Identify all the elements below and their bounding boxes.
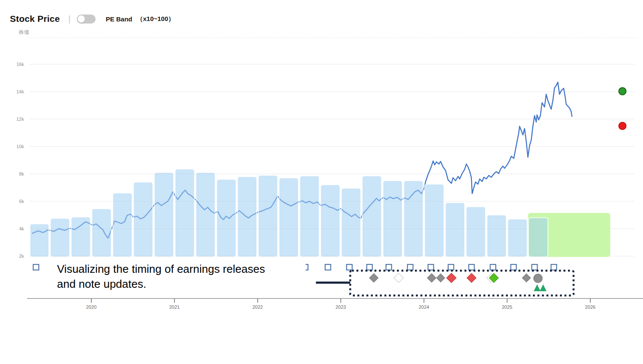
pe-band-range-label: （x10~100） — [136, 15, 174, 23]
band-bar-2022Q4 — [321, 185, 340, 257]
earnings-square-marker[interactable] — [469, 265, 475, 270]
header-divider: | — [69, 14, 71, 24]
earnings-square-marker[interactable] — [325, 265, 331, 270]
earnings-square-marker[interactable] — [367, 265, 373, 270]
band-bar-2019Q3 — [51, 218, 70, 257]
note-diamond-marker-gray[interactable] — [437, 274, 445, 282]
band-bar-2021Q4 — [237, 176, 257, 257]
band-bar-2025Q2 — [529, 218, 548, 257]
earnings-square-marker[interactable] — [33, 265, 39, 270]
band-bar-2020Q4 — [154, 173, 174, 257]
band-bar-2021Q2 — [196, 173, 215, 257]
y-tick-label-8k: 8k — [19, 171, 24, 176]
annotation-line2: and note updates. — [57, 277, 306, 292]
y-axis-title: 株価 — [19, 29, 29, 36]
y-tick-label-2k: 2k — [19, 254, 24, 259]
note-triangle-marker[interactable] — [534, 284, 541, 291]
x-tick-label-2022: 2022 — [252, 304, 263, 310]
y-tick-label-14k: 14k — [16, 89, 24, 94]
note-triangle-marker[interactable] — [540, 284, 547, 291]
x-tick-label-2024: 2024 — [419, 304, 429, 310]
earnings-square-marker[interactable] — [532, 265, 538, 270]
note-diamond-marker-gray[interactable] — [370, 274, 378, 282]
y-tick-label-12k: 12k — [16, 116, 24, 122]
band-bar-2019Q4 — [71, 217, 90, 257]
band-bar-2024Q4 — [487, 215, 506, 257]
band-bar-2021Q1 — [175, 169, 195, 257]
band-bar-2024Q1 — [425, 184, 444, 257]
band-bar-2022Q2 — [279, 178, 298, 257]
pe-band-label: PE Band — [106, 15, 132, 23]
chart-header: Stock Price | PE Band （x10~100） — [10, 13, 174, 25]
pe-band-toggle[interactable] — [77, 15, 96, 24]
band-bar-2022Q1 — [258, 175, 278, 257]
note-circle-marker[interactable] — [534, 274, 542, 283]
side-dot-green[interactable] — [619, 88, 626, 95]
x-tick-label-2023: 2023 — [336, 304, 346, 310]
side-dot-red[interactable] — [619, 122, 626, 130]
band-bar-2025Q1 — [508, 219, 527, 257]
earnings-square-marker[interactable] — [448, 265, 454, 270]
y-tick-label-10k: 10k — [16, 144, 24, 149]
band-bar-2023Q2 — [362, 176, 382, 257]
band-bar-2023Q1 — [342, 188, 361, 257]
earnings-square-marker[interactable] — [408, 265, 413, 270]
band-bar-2019Q2 — [30, 224, 49, 257]
note-diamond-marker-white[interactable] — [394, 273, 403, 283]
toggle-knob-icon — [78, 15, 85, 23]
x-tick-label-2026: 2026 — [585, 304, 595, 310]
earnings-square-marker[interactable] — [511, 265, 517, 270]
band-bar-2023Q4 — [404, 181, 423, 257]
y-tick-label-16k: 16k — [16, 62, 24, 67]
earnings-square-marker[interactable] — [551, 265, 557, 270]
band-bar-2020Q3 — [134, 182, 153, 257]
earnings-square-marker[interactable] — [428, 265, 434, 270]
y-tick-label-4k: 4k — [19, 226, 24, 231]
band-bar-2023Q3 — [383, 181, 403, 257]
band-bar-2024Q2 — [445, 203, 465, 257]
x-tick-label-2021: 2021 — [169, 304, 180, 310]
earnings-square-marker[interactable] — [347, 265, 352, 270]
annotation-box: Visualizing the timing of earnings relea… — [44, 258, 306, 298]
band-bar-2020Q2 — [113, 193, 132, 257]
band-bar-2020Q1 — [92, 209, 111, 257]
note-diamond-marker-red[interactable] — [447, 273, 456, 283]
band-bar-2021Q3 — [217, 179, 236, 257]
x-tick-label-2020: 2020 — [86, 304, 96, 310]
y-tick-label-6k: 6k — [19, 199, 24, 204]
earnings-square-marker[interactable] — [386, 265, 392, 270]
note-diamond-marker-gray[interactable] — [523, 274, 531, 282]
annotation-line1: Visualizing the timing of earnings relea… — [57, 262, 306, 277]
note-diamond-marker-red[interactable] — [467, 274, 476, 283]
earnings-square-marker[interactable] — [490, 265, 496, 270]
stock-chart-page: { "header": { "title": "Stock Price", "s… — [0, 0, 643, 364]
stock-price-chart: 2k4k6k8k10k12k14k16k20202021202220232024… — [0, 0, 643, 364]
band-bar-2024Q3 — [466, 207, 486, 257]
band-bar-2022Q3 — [300, 176, 319, 257]
page-title: Stock Price — [10, 14, 60, 24]
note-diamond-marker-gray[interactable] — [427, 274, 436, 282]
x-tick-label-2025: 2025 — [502, 304, 512, 310]
